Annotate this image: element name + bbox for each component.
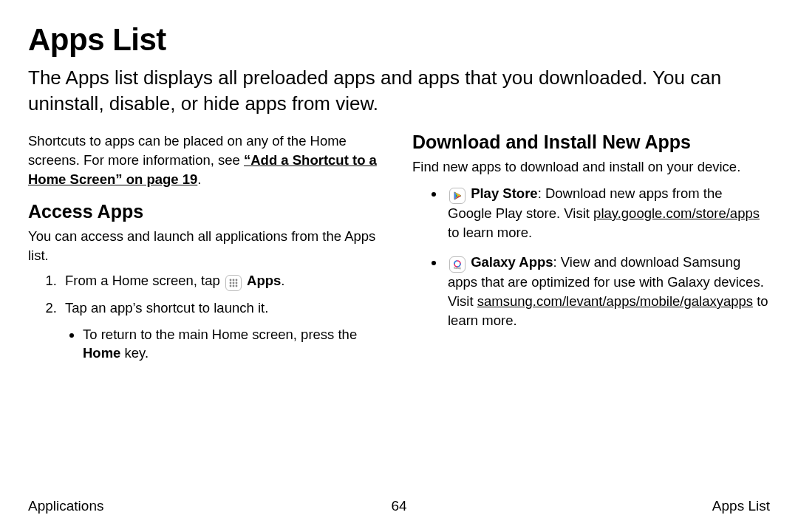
left-column: Shortcuts to apps can be placed on any o… [28,132,386,370]
step-1-post: . [281,273,284,288]
period: . [197,171,201,187]
step-2: Tap an app’s shortcut to launch it. To r… [61,299,386,364]
svg-point-5 [235,282,237,284]
play-store-icon [449,188,466,204]
svg-point-7 [232,284,234,287]
step-2-sub-post: key. [120,345,149,361]
step-1-pre: From a Home screen, tap [65,273,224,288]
svg-point-3 [229,282,231,284]
galaxy-apps-item: Galaxy Galaxy Apps: View and download Sa… [445,253,770,330]
svg-point-6 [229,284,231,287]
galaxy-apps-label: Galaxy Apps [471,254,553,270]
play-store-item: Play Store: Download new apps from the G… [445,184,770,242]
svg-point-8 [235,284,237,287]
galaxy-apps-link[interactable]: samsung.com/levant/apps/mobile/galaxyapp… [477,293,753,309]
footer-section: Applications [28,498,103,514]
svg-text:Galaxy: Galaxy [454,267,461,270]
step-1-apps-label: Apps [247,273,281,288]
intro-paragraph: The Apps list displays all preloaded app… [28,65,770,117]
play-store-text-2: to learn more. [448,225,532,240]
step-2-text: Tap an app’s shortcut to launch it. [65,300,268,316]
download-install-intro: Find new apps to download and install on… [412,157,770,177]
access-apps-steps: From a Home screen, tap Apps. Tap an app… [28,271,386,364]
footer-topic: Apps List [712,498,770,514]
home-key-label: Home [83,345,120,361]
play-store-label: Play Store [471,185,538,201]
svg-point-4 [232,282,234,284]
svg-point-0 [229,279,231,281]
page-number: 64 [391,498,406,514]
svg-point-2 [235,279,237,281]
document-page: Apps List The Apps list displays all pre… [0,0,798,532]
step-2-sublist: To return to the main Home screen, press… [65,325,386,364]
access-apps-intro: You can access and launch all applicatio… [28,227,386,265]
step-2-sub-pre: To return to the main Home screen, press… [83,327,357,342]
right-column: Download and Install New Apps Find new a… [412,132,770,370]
shortcuts-paragraph: Shortcuts to apps can be placed on any o… [28,132,386,189]
access-apps-heading: Access Apps [28,201,386,222]
galaxy-apps-icon: Galaxy [449,256,466,273]
download-install-heading: Download and Install New Apps [412,132,770,153]
step-2-sub-item: To return to the main Home screen, press… [83,325,386,364]
step-1: From a Home screen, tap Apps. [61,271,386,291]
two-column-layout: Shortcuts to apps can be placed on any o… [28,132,770,370]
play-store-link[interactable]: play.google.com/store/apps [593,205,760,221]
page-title: Apps List [28,22,770,58]
page-footer: Applications 64 Apps List [0,498,798,514]
apps-grid-icon [225,275,242,291]
app-sources-list: Play Store: Download new apps from the G… [412,184,770,330]
svg-point-1 [232,279,234,281]
